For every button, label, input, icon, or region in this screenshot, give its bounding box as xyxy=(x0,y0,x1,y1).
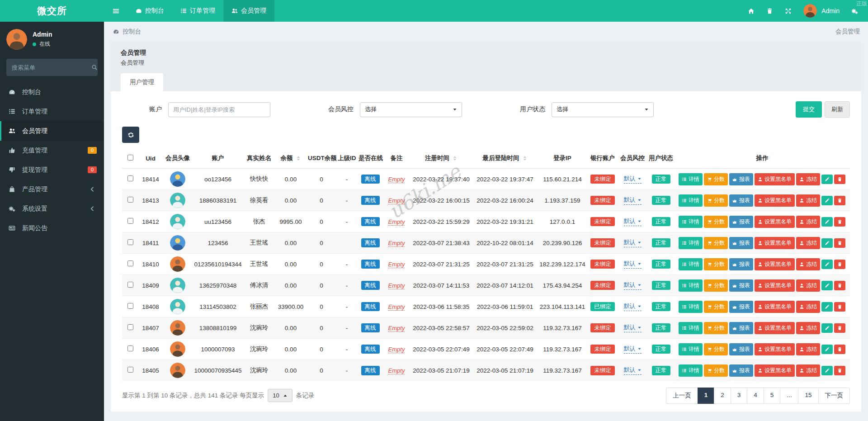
member-avatar[interactable] xyxy=(170,171,185,187)
note-link[interactable]: Empty xyxy=(388,346,405,353)
delete-button[interactable] xyxy=(834,238,845,248)
page-item-15[interactable]: 15 xyxy=(798,388,818,404)
freeze-button[interactable]: 冻结 xyxy=(796,301,820,313)
freeze-button[interactable]: 冻结 xyxy=(796,322,820,334)
edit-button[interactable] xyxy=(821,302,833,312)
score-button[interactable]: 分数 xyxy=(704,216,728,228)
detail-button[interactable]: 详情 xyxy=(679,237,703,249)
column-header-注册时间[interactable]: 注册时间 xyxy=(410,148,473,169)
blacklist-button[interactable]: 设置黑名单 xyxy=(755,216,795,228)
sort-icon[interactable] xyxy=(452,156,458,161)
page-item-5[interactable]: 5 xyxy=(764,388,781,404)
edit-button[interactable] xyxy=(821,196,833,205)
edit-button[interactable] xyxy=(821,366,833,375)
score-button[interactable]: 分数 xyxy=(704,364,728,377)
page-item-上一页[interactable]: 上一页 xyxy=(666,388,698,404)
detail-button[interactable]: 详情 xyxy=(679,173,703,185)
member-avatar[interactable] xyxy=(170,341,185,357)
trash-icon[interactable] xyxy=(766,8,773,14)
score-button[interactable]: 分数 xyxy=(704,237,728,249)
sidebar-item-提现管理[interactable]: 提现管理0 xyxy=(0,160,104,180)
sidebar-item-系统设置[interactable]: 系统设置 xyxy=(0,199,104,218)
edit-button[interactable] xyxy=(821,217,833,227)
blacklist-button[interactable]: 设置黑名单 xyxy=(755,301,795,313)
detail-button[interactable]: 详情 xyxy=(679,216,703,228)
detail-button[interactable]: 详情 xyxy=(679,343,703,355)
detail-button[interactable]: 详情 xyxy=(679,301,703,313)
freeze-button[interactable]: 冻结 xyxy=(796,173,820,185)
delete-button[interactable] xyxy=(834,366,845,375)
search-input[interactable] xyxy=(12,64,91,71)
edit-button[interactable] xyxy=(821,175,833,184)
detail-button[interactable]: 详情 xyxy=(679,322,703,334)
report-button[interactable]: 报表 xyxy=(729,216,753,228)
score-button[interactable]: 分数 xyxy=(704,322,728,334)
blacklist-button[interactable]: 设置黑名单 xyxy=(755,364,795,377)
blacklist-button[interactable]: 设置黑名单 xyxy=(755,258,795,270)
page-item-4[interactable]: 4 xyxy=(747,388,764,404)
delete-button[interactable] xyxy=(834,323,845,333)
blacklist-button[interactable]: 设置黑名单 xyxy=(755,343,795,355)
freeze-button[interactable]: 冻结 xyxy=(796,364,820,377)
risk-dropdown-link[interactable]: 默认 xyxy=(624,175,642,184)
risk-select[interactable]: 选择 xyxy=(360,102,462,117)
report-button[interactable]: 报表 xyxy=(729,237,753,249)
table-refresh-button[interactable] xyxy=(122,127,139,143)
user-menu[interactable]: Admin xyxy=(803,4,840,18)
score-button[interactable]: 分数 xyxy=(704,258,728,270)
delete-button[interactable] xyxy=(834,260,845,269)
sidebar-toggle-button[interactable] xyxy=(104,0,127,22)
sidebar-item-新闻公告[interactable]: 新闻公告 xyxy=(0,218,104,238)
risk-dropdown-link[interactable]: 默认 xyxy=(624,345,642,354)
edit-button[interactable] xyxy=(821,323,833,333)
sidebar-item-控制台[interactable]: 控制台 xyxy=(0,82,104,102)
member-avatar[interactable] xyxy=(170,235,185,251)
sort-icon[interactable] xyxy=(522,156,528,161)
nav-item-会员管理[interactable]: 会员管理 xyxy=(223,0,274,22)
refresh-button[interactable]: 刷新 xyxy=(825,101,850,118)
score-button[interactable]: 分数 xyxy=(704,279,728,292)
risk-dropdown-link[interactable]: 默认 xyxy=(624,366,642,375)
note-link[interactable]: Empty xyxy=(388,218,405,226)
delete-button[interactable] xyxy=(834,196,845,205)
risk-dropdown-link[interactable]: 默认 xyxy=(624,217,642,226)
row-checkbox[interactable] xyxy=(127,239,133,245)
column-header-最后登陆时间[interactable]: 最后登陆时间 xyxy=(473,148,537,169)
member-avatar[interactable] xyxy=(170,214,185,229)
note-link[interactable]: Empty xyxy=(388,325,405,332)
freeze-button[interactable]: 冻结 xyxy=(796,216,820,228)
row-checkbox[interactable] xyxy=(127,367,133,373)
row-checkbox[interactable] xyxy=(127,218,133,224)
column-header-余额[interactable]: 余额 xyxy=(275,148,307,169)
member-avatar[interactable] xyxy=(170,363,185,378)
member-avatar[interactable] xyxy=(170,278,185,293)
row-checkbox[interactable] xyxy=(127,324,133,330)
edit-button[interactable] xyxy=(821,281,833,290)
risk-dropdown-link[interactable]: 默认 xyxy=(624,302,642,311)
row-checkbox[interactable] xyxy=(127,282,133,288)
tab-user-management[interactable]: 用户管理 xyxy=(121,73,163,91)
freeze-button[interactable]: 冻结 xyxy=(796,258,820,270)
report-button[interactable]: 报表 xyxy=(729,322,753,334)
page-size-select[interactable]: 10 xyxy=(268,389,292,402)
nav-item-控制台[interactable]: 控制台 xyxy=(127,0,172,22)
delete-button[interactable] xyxy=(834,175,845,184)
blacklist-button[interactable]: 设置黑名单 xyxy=(755,194,795,207)
report-button[interactable]: 报表 xyxy=(729,364,753,377)
risk-dropdown-link[interactable]: 默认 xyxy=(624,281,642,290)
submit-button[interactable]: 提交 xyxy=(796,101,822,118)
edit-button[interactable] xyxy=(821,260,833,269)
freeze-button[interactable]: 冻结 xyxy=(796,194,820,207)
note-link[interactable]: Empty xyxy=(388,282,405,289)
risk-dropdown-link[interactable]: 默认 xyxy=(624,196,642,205)
note-link[interactable]: Empty xyxy=(388,176,405,183)
note-link[interactable]: Empty xyxy=(388,367,405,374)
delete-button[interactable] xyxy=(834,281,845,290)
row-checkbox[interactable] xyxy=(127,260,133,266)
member-avatar[interactable] xyxy=(170,320,185,336)
page-item-3[interactable]: 3 xyxy=(731,388,748,404)
report-button[interactable]: 报表 xyxy=(729,258,753,270)
edit-button[interactable] xyxy=(821,345,833,354)
risk-dropdown-link[interactable]: 默认 xyxy=(624,238,642,247)
note-link[interactable]: Empty xyxy=(388,240,405,247)
